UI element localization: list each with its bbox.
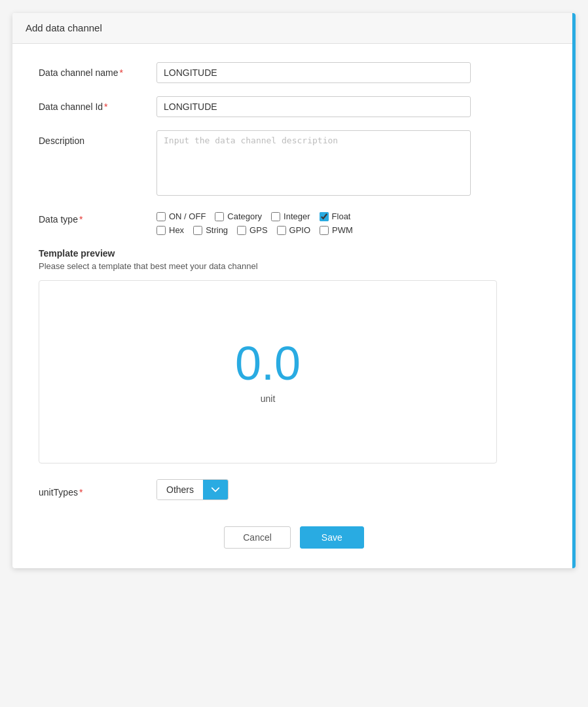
unit-types-dropdown-arrow[interactable] — [203, 480, 228, 499]
modal-container: Add data channel Data channel name* Data… — [12, 13, 576, 568]
data-type-row-1: ON / OFF Category Integer Float — [156, 211, 353, 221]
description-textarea[interactable] — [156, 130, 471, 196]
data-type-row-2: Hex String GPS GPIO — [156, 225, 353, 235]
unit-types-value: Others — [157, 480, 203, 499]
template-preview-title: Template preview — [39, 248, 549, 259]
option-gps[interactable]: GPS — [237, 225, 267, 235]
checkbox-string[interactable] — [193, 226, 202, 235]
channel-name-label: Data channel name* — [39, 62, 156, 78]
chevron-down-icon — [211, 485, 220, 494]
option-float[interactable]: Float — [320, 211, 351, 221]
option-hex[interactable]: Hex — [156, 225, 184, 235]
unit-types-row: unitTypes* Others — [39, 479, 549, 500]
channel-id-label: Data channel Id* — [39, 96, 156, 112]
option-gpio[interactable]: GPIO — [277, 225, 311, 235]
checkbox-hex[interactable] — [156, 226, 166, 235]
preview-value: 0.0 — [235, 340, 301, 387]
template-preview-section: Template preview Please select a templat… — [39, 248, 549, 463]
preview-unit: unit — [261, 393, 276, 404]
checkbox-gps[interactable] — [237, 226, 246, 235]
option-on-off[interactable]: ON / OFF — [156, 211, 206, 221]
channel-name-input[interactable] — [156, 62, 471, 83]
checkbox-pwm[interactable] — [320, 226, 329, 235]
template-preview-box: 0.0 unit — [39, 280, 497, 463]
checkbox-on-off[interactable] — [156, 212, 166, 221]
data-type-row: Data type* ON / OFF Category Integer — [39, 209, 549, 235]
checkbox-gpio[interactable] — [277, 226, 286, 235]
description-row: Description — [39, 130, 549, 196]
checkbox-integer[interactable] — [271, 212, 280, 221]
data-type-label: Data type* — [39, 209, 156, 225]
checkbox-category[interactable] — [215, 212, 224, 221]
unit-types-dropdown[interactable]: Others — [156, 479, 229, 500]
template-preview-subtitle: Please select a template that best meet … — [39, 261, 549, 271]
option-string[interactable]: String — [193, 225, 228, 235]
channel-id-row: Data channel Id* — [39, 96, 549, 117]
modal-header: Add data channel — [12, 13, 576, 44]
option-pwm[interactable]: PWM — [320, 225, 353, 235]
accent-bar — [572, 13, 576, 568]
description-label: Description — [39, 130, 156, 146]
option-integer[interactable]: Integer — [271, 211, 310, 221]
checkbox-float[interactable] — [320, 212, 329, 221]
button-row: Cancel Save — [39, 520, 549, 549]
data-type-group: ON / OFF Category Integer Float — [156, 209, 353, 235]
channel-name-row: Data channel name* — [39, 62, 549, 83]
option-category[interactable]: Category — [215, 211, 262, 221]
channel-id-input[interactable] — [156, 96, 471, 117]
save-button[interactable]: Save — [300, 526, 364, 549]
unit-types-label: unitTypes* — [39, 482, 156, 498]
modal-title: Add data channel — [26, 22, 102, 33]
cancel-button[interactable]: Cancel — [224, 526, 291, 549]
modal-body: Data channel name* Data channel Id* Desc… — [12, 44, 576, 568]
